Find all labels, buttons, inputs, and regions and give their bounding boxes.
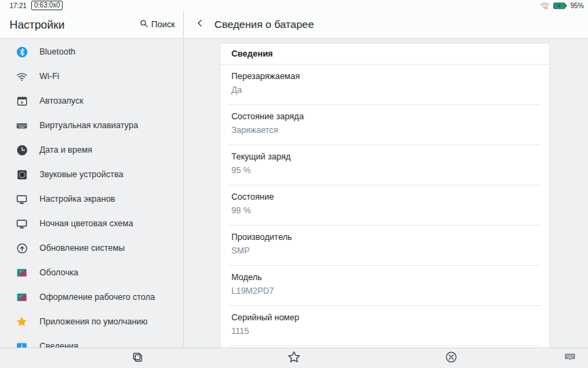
plasma-desktop-icon [16,266,28,279]
sidebar-item-shell[interactable]: Оболочка [0,260,183,285]
row-label: Перезаряжаемая [231,72,538,81]
row-label: Серийный номер [231,313,538,322]
task-switcher-button[interactable] [129,350,146,367]
status-bar: 17:21 0:63:0x0 95% [0,0,588,11]
card-header: Сведения [220,44,549,65]
sidebar-item-label: Дата и время [39,145,93,155]
back-button[interactable] [193,17,208,32]
status-right: 95% [540,1,584,10]
row-label: Производитель [231,232,538,242]
info-row-serial-number: Серийный номер 1115 [220,306,549,346]
row-value: 98 % [231,206,538,215]
row-label: Состояние заряда [231,112,538,121]
sidebar-item-audio-devices[interactable]: Звуковые устройства [0,162,183,187]
sidebar-item-label: Оболочка [39,268,78,277]
body: Bluetooth Wi-Fi [0,40,588,348]
update-arrow-icon [16,242,28,254]
row-label: Состояние [231,192,538,202]
chevron-left-icon [195,18,206,31]
row-label: Модель [231,273,538,282]
favorite-star-icon [287,350,301,367]
search-icon [140,19,148,30]
battery-info-panel: Сведения Перезаряжаемая Да Состояние зар… [184,40,588,348]
row-value: SMP [231,246,538,256]
sidebar-item-label: Звуковые устройства [39,170,123,179]
sidebar-item-label: Ночная цветовая схема [39,219,133,228]
speaker-icon [16,168,28,181]
close-app-button[interactable] [442,350,460,367]
sidebar-item-wifi[interactable]: Wi-Fi [0,64,183,89]
task-switcher-icon [132,352,143,365]
battery-info-card: Сведения Перезаряжаемая Да Состояние зар… [220,44,549,348]
window-debug-badge: 0:63:0x0 [31,1,63,10]
search-label: Поиск [151,20,175,29]
star-icon [16,316,28,328]
plasma-desktop-icon [16,291,28,303]
sidebar-item-virtual-keyboard[interactable]: Виртуальная клавиатура [0,113,183,138]
card-header-label: Сведения [231,49,273,59]
sidebar-item-bluetooth[interactable]: Bluetooth [0,40,183,64]
page-title: Сведения о батарее [214,18,314,31]
search-button[interactable]: Поиск [140,19,175,30]
sidebar-item-label: Bluetooth [39,47,76,57]
status-left: 17:21 0:63:0x0 [10,1,63,10]
sidebar-item-default-apps[interactable]: Приложения по умолчанию [0,309,183,334]
favorites-button[interactable] [285,350,303,367]
sidebar-item-desktop-appearance[interactable]: Оформление рабочего стола [0,285,183,309]
virtual-keyboard-icon [564,352,576,365]
info-row-vendor: Производитель SMP [220,226,549,266]
sidebar-item-label: Приложения по умолчанию [39,317,148,326]
sidebar-item-system-update[interactable]: Обновление системы [0,236,183,260]
info-row-rechargeable: Перезаряжаемая Да [220,65,549,105]
sidebar-item-label: Wi-Fi [39,72,59,81]
info-icon [16,340,28,348]
autostart-icon [16,95,28,107]
taskbar [0,348,588,368]
clock-icon [16,144,28,156]
battery-charging-icon [553,2,567,10]
sidebar-item-about[interactable]: Сведения [0,334,183,348]
bluetooth-icon [16,46,28,58]
info-row-health: Состояние 98 % [220,185,549,226]
sidebar-item-display-settings[interactable]: Настройка экранов [0,187,183,211]
app-title: Настройки [10,18,65,31]
info-row-model: Модель L19M2PD7 [220,266,549,306]
sidebar-item-label: Сведения [39,341,78,348]
row-value: Да [231,85,538,95]
sidebar-header: Настройки Поиск [0,11,184,38]
info-row-current-charge: Текущий заряд 95 % [220,145,549,185]
row-label: Текущий заряд [231,152,538,162]
sidebar: Bluetooth Wi-Fi [0,40,184,348]
monitor-icon [16,193,28,205]
wifi-limited-icon [540,1,550,10]
monitor-icon [16,217,28,230]
close-app-icon [445,351,457,366]
sidebar-item-night-color[interactable]: Ночная цветовая схема [0,211,183,236]
sidebar-item-label: Оформление рабочего стола [39,292,155,302]
sidebar-item-autostart[interactable]: Автозапуск [0,89,183,113]
row-value: L19M2PD7 [231,286,538,296]
sidebar-item-label: Настройка экранов [39,194,115,204]
row-value: 1115 [231,326,538,336]
info-row-charge-state: Состояние заряда Заряжается [220,105,549,145]
main-header: Сведения о батарее [184,11,588,38]
battery-percent-text: 95% [570,2,584,10]
keyboard-icon [16,119,28,132]
sidebar-item-label: Автозапуск [39,96,83,106]
sidebar-item-label: Виртуальная клавиатура [39,121,138,130]
virtual-keyboard-toggle-button[interactable] [561,350,578,367]
header-row: Настройки Поиск Сведения о батарее [0,11,588,39]
row-value: 95 % [231,166,538,175]
wifi-icon [16,70,28,82]
screen: 17:21 0:63:0x0 95% [0,0,588,368]
clock-text: 17:21 [10,2,27,10]
sidebar-item-label: Обновление системы [39,243,125,253]
row-value: Заряжается [231,125,538,135]
sidebar-item-date-time[interactable]: Дата и время [0,138,183,162]
